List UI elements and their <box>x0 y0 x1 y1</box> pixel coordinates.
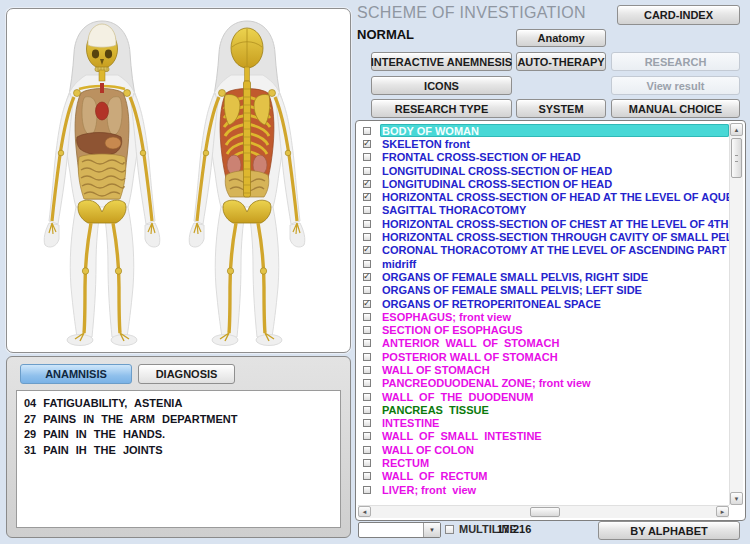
anatomy-list-item[interactable]: WALL OF THE DUODENUM <box>358 390 729 403</box>
anatomy-list-item[interactable]: HORIZONTAL CROSS-SECTION THROUGH CAVITY … <box>358 230 729 243</box>
anatomy-list-item[interactable]: LIVER; front view <box>358 483 729 496</box>
card-index-button[interactable]: CARD-INDEX <box>617 5 740 25</box>
by-alphabet-button[interactable]: BY ALPHABET <box>598 521 740 540</box>
item-label: LIVER; front view <box>380 483 729 496</box>
item-label: ORGANS OF FEMALE SMALL PELVIS; LEFT SIDE <box>380 284 729 297</box>
item-label: BODY OF WOMAN <box>380 124 729 137</box>
horizontal-scrollbar[interactable]: ◄ ► <box>358 505 729 518</box>
item-checkbox[interactable] <box>363 193 371 201</box>
body-viewer-panel[interactable] <box>6 8 351 353</box>
item-checkbox[interactable] <box>363 180 371 188</box>
anatomy-list-item[interactable]: INTESTINE <box>358 417 729 430</box>
chevron-down-icon[interactable]: ▼ <box>423 523 440 537</box>
anatomy-list-item[interactable]: SAGITTAL THORACOTOMY <box>358 204 729 217</box>
research-type-button[interactable]: RESEARCH TYPE <box>371 99 512 118</box>
item-label: INTESTINE <box>380 417 729 430</box>
anatomy-list-item[interactable]: LONGITUDINAL CROSS-SECTION OF HEAD <box>358 164 729 177</box>
item-checkbox[interactable] <box>363 127 371 135</box>
item-checkbox[interactable] <box>363 366 371 374</box>
item-checkbox[interactable] <box>363 206 371 214</box>
item-checkbox[interactable] <box>363 140 371 148</box>
item-label: PANCREAS TISSUE <box>380 403 729 416</box>
anatomy-list-item[interactable]: midriff <box>358 257 729 270</box>
anatomy-list-item[interactable]: ORGANS OF FEMALE SMALL PELVIS, RIGHT SID… <box>358 270 729 283</box>
multiline-checkbox[interactable] <box>445 525 454 534</box>
anatomy-list-item[interactable]: FRONTAL CROSS-SECTION OF HEAD <box>358 151 729 164</box>
scroll-up-icon[interactable]: ▲ <box>730 123 743 136</box>
item-checkbox[interactable] <box>363 260 371 268</box>
item-checkbox[interactable] <box>363 273 371 281</box>
scroll-left-icon[interactable]: ◄ <box>358 506 371 517</box>
mode-label: NORMAL <box>357 27 414 42</box>
anatomy-list-item[interactable]: BODY OF WOMAN <box>358 124 729 137</box>
tab-diagnosis[interactable]: DIAGNOSIS <box>138 364 235 384</box>
anatomy-list-item[interactable]: HORIZONTAL CROSS-SECTION OF HEAD AT THE … <box>358 190 729 203</box>
anatomy-button[interactable]: Anatomy <box>516 29 606 47</box>
item-checkbox[interactable] <box>363 339 371 347</box>
scroll-down-icon[interactable]: ▼ <box>730 492 743 505</box>
research-button: RESEARCH <box>611 52 740 71</box>
tab-anamnisis[interactable]: ANAMNISIS <box>20 364 132 384</box>
anatomy-list-item[interactable]: ESOPHAGUS; front view <box>358 310 729 323</box>
item-checkbox[interactable] <box>363 393 371 401</box>
auto-therapy-button[interactable]: AUTO-THERAPY <box>516 52 606 71</box>
item-checkbox[interactable] <box>363 459 371 467</box>
anatomy-list-item[interactable]: POSTERIOR WALL OF STOMACH <box>358 350 729 363</box>
anatomy-list-item[interactable]: WALL OF RECTUM <box>358 470 729 483</box>
anatomy-list-item[interactable]: WALL OF STOMACH <box>358 363 729 376</box>
item-checkbox[interactable] <box>363 486 371 494</box>
icons-button[interactable]: ICONS <box>371 76 512 95</box>
anatomy-list-item[interactable]: CORONAL THORACOTOMY AT THE LEVEL OF ASCE… <box>358 244 729 257</box>
item-checkbox[interactable] <box>363 379 371 387</box>
anatomy-list-item[interactable]: PANCREAS TISSUE <box>358 403 729 416</box>
item-checkbox[interactable] <box>363 446 371 454</box>
body-back-view[interactable] <box>194 28 300 341</box>
manual-choice-button[interactable]: MANUAL CHOICE <box>611 99 740 118</box>
vertical-scrollbar-thumb[interactable] <box>731 138 742 178</box>
item-label: FRONTAL CROSS-SECTION OF HEAD <box>380 151 729 164</box>
item-label: POSTERIOR WALL OF STOMACH <box>380 350 729 363</box>
item-label: WALL OF RECTUM <box>380 470 729 483</box>
item-label: SAGITTAL THORACOTOMY <box>380 204 729 217</box>
anatomy-list-item[interactable]: WALL OF COLON <box>358 443 729 456</box>
item-checkbox[interactable] <box>363 167 371 175</box>
anatomy-list-item[interactable]: ANTERIOR WALL OF STOMACH <box>358 337 729 350</box>
item-label: WALL OF THE DUODENUM <box>380 390 729 403</box>
item-checkbox[interactable] <box>363 233 371 241</box>
item-checkbox[interactable] <box>363 153 371 161</box>
system-button[interactable]: SYSTEM <box>516 99 606 118</box>
interactive-anemnesis-button[interactable]: INTERACTIVE ANEMNESIS <box>371 52 512 71</box>
anatomy-list-item[interactable]: RECTUM <box>358 456 729 469</box>
item-checkbox[interactable] <box>363 220 371 228</box>
horizontal-scrollbar-thumb[interactable] <box>530 507 560 517</box>
item-checkbox[interactable] <box>363 353 371 361</box>
anamnesis-list[interactable]: 04 FATIGUABILITY, ASTENIA27 PAINS IN THE… <box>16 390 341 528</box>
anatomy-list-item[interactable]: ORGANS OF FEMALE SMALL PELVIS; LEFT SIDE <box>358 284 729 297</box>
item-checkbox[interactable] <box>363 286 371 294</box>
item-checkbox[interactable] <box>363 246 371 254</box>
item-label: HORIZONTAL CROSS-SECTION OF CHEST AT THE… <box>380 217 729 230</box>
anamnesis-entry: 04 FATIGUABILITY, ASTENIA <box>24 396 333 412</box>
anatomy-list-item[interactable]: PANCREODUODENAL ZONE; front view <box>358 377 729 390</box>
item-checkbox[interactable] <box>363 300 371 308</box>
anatomy-list-item[interactable]: ORGANS OF RETROPERITONEAL SPACE <box>358 297 729 310</box>
item-checkbox[interactable] <box>363 326 371 334</box>
body-anatomy-image[interactable] <box>7 9 350 352</box>
anatomy-list-item[interactable]: SECTION OF ESOPHAGUS <box>358 323 729 336</box>
item-checkbox[interactable] <box>363 472 371 480</box>
anatomy-list-item[interactable]: SKELETON front <box>358 137 729 150</box>
anatomy-list-item[interactable]: WALL OF SMALL INTESTINE <box>358 430 729 443</box>
item-label: RECTUM <box>380 456 729 469</box>
anamnesis-entry: 29 PAIN IN THE HANDS. <box>24 427 333 443</box>
item-label: WALL OF COLON <box>380 443 729 456</box>
anatomy-list-item[interactable]: HORIZONTAL CROSS-SECTION OF CHEST AT THE… <box>358 217 729 230</box>
body-front-view[interactable] <box>49 24 155 341</box>
vertical-scrollbar[interactable]: ▲ ▼ <box>729 123 743 505</box>
item-checkbox[interactable] <box>363 419 371 427</box>
anatomy-list-item[interactable]: LONGITUDINAL CROSS-SECTION OF HEAD <box>358 177 729 190</box>
item-checkbox[interactable] <box>363 432 371 440</box>
item-checkbox[interactable] <box>363 406 371 414</box>
list-mode-dropdown[interactable]: ▼ <box>358 522 441 538</box>
scroll-right-icon[interactable]: ► <box>716 506 729 517</box>
item-checkbox[interactable] <box>363 313 371 321</box>
